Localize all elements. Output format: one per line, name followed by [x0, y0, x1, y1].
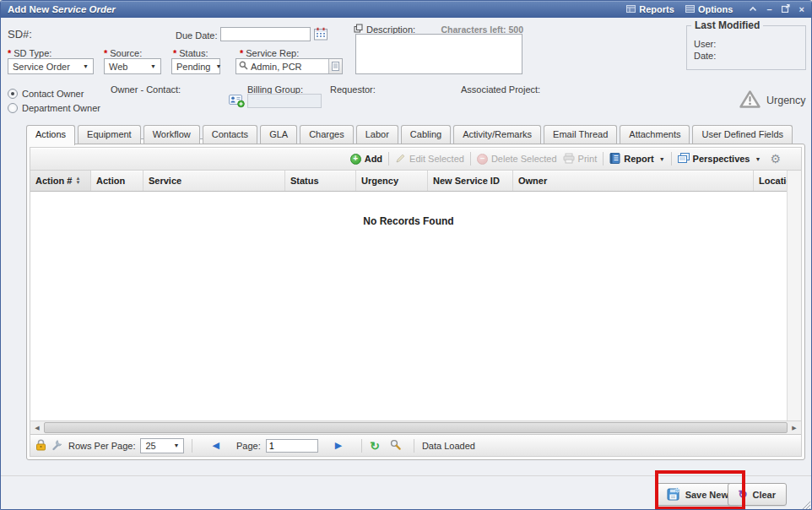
- column-label: Action #: [35, 176, 72, 186]
- tab-cabling[interactable]: Cabling: [401, 125, 451, 144]
- characters-left-counter: Characters left: 500: [441, 24, 523, 35]
- chevron-down-icon: ▼: [150, 63, 156, 69]
- sd-type-select[interactable]: Service Order▼: [8, 58, 94, 74]
- column-header-new-service-id[interactable]: New Service ID: [428, 171, 513, 191]
- last-modified-group: Last Modified User: Date:: [686, 25, 806, 70]
- reports-button[interactable]: Reports: [626, 4, 674, 15]
- gear-icon[interactable]: ⚙: [770, 152, 781, 165]
- reports-icon: [626, 4, 636, 15]
- column-header-owner[interactable]: Owner: [513, 171, 754, 191]
- contact-owner-radio[interactable]: Contact Owner: [8, 89, 84, 99]
- chevron-down-icon: ▼: [659, 156, 665, 162]
- rows-per-page-select[interactable]: 25▼: [140, 438, 184, 453]
- tab-equipment[interactable]: Equipment: [78, 125, 141, 144]
- window-titlebar: Add New Service Order Reports Options – …: [1, 1, 811, 18]
- tab-user-defined-fields[interactable]: User Defined Fields: [692, 125, 793, 144]
- sd-number-label: SD#:: [8, 28, 32, 41]
- column-label: New Service ID: [433, 176, 500, 186]
- tab-activity-remarks[interactable]: Activity/Remarks: [453, 125, 541, 144]
- grid-pager: Rows Per Page: 25▼ ◀ Page: ▶ ↻ Data Load…: [30, 434, 801, 456]
- report-label: Report: [624, 154, 653, 164]
- scroll-right-icon[interactable]: ▶: [788, 421, 801, 434]
- scrollbar-thumb[interactable]: [44, 422, 788, 433]
- source-select[interactable]: Web▼: [104, 58, 161, 74]
- service-rep-browse-button[interactable]: [328, 59, 342, 73]
- column-header-service[interactable]: Service: [143, 171, 285, 191]
- lock-icon[interactable]: [35, 439, 46, 453]
- last-modified-title: Last Modified: [691, 19, 763, 31]
- toolbar-separator: [388, 152, 389, 165]
- collapse-icon[interactable]: [749, 5, 757, 14]
- tab-contacts[interactable]: Contacts: [203, 125, 257, 144]
- column-header-action[interactable]: Action: [91, 171, 143, 191]
- minimize-icon[interactable]: –: [766, 5, 771, 14]
- radio-unselected-icon: [8, 103, 18, 113]
- tab-labor[interactable]: Labor: [356, 125, 398, 144]
- edit-selected-label: Edit Selected: [409, 154, 464, 164]
- scroll-left-icon[interactable]: ◀: [30, 421, 44, 434]
- source-label: Source:: [110, 48, 142, 58]
- department-owner-radio[interactable]: Department Owner: [8, 103, 100, 113]
- column-label: Service: [149, 176, 181, 186]
- delete-selected-button[interactable]: –Delete Selected: [477, 154, 557, 165]
- tab-workflow[interactable]: Workflow: [143, 125, 200, 144]
- next-page-icon[interactable]: ▶: [335, 441, 342, 450]
- refresh-icon[interactable]: ↻: [370, 440, 380, 452]
- service-rep-value: Admin, PCR: [248, 62, 328, 72]
- column-header-urgency[interactable]: Urgency: [356, 171, 428, 191]
- status-label: Status:: [179, 48, 208, 58]
- grid-scroll-area: Action #▲▼ Action Service Status Urgency…: [30, 171, 787, 420]
- edit-selected-button[interactable]: Edit Selected: [395, 153, 464, 165]
- service-rep-combo[interactable]: Admin, PCR: [235, 58, 343, 74]
- previous-page-icon[interactable]: ◀: [212, 441, 219, 450]
- options-icon: [685, 4, 695, 15]
- print-label: Print: [578, 154, 598, 164]
- service-rep-label: Service Rep:: [246, 48, 299, 58]
- close-icon[interactable]: ×: [799, 5, 804, 14]
- radio-selected-icon: [8, 89, 18, 99]
- calendar-icon[interactable]: [314, 27, 328, 42]
- tab-gla[interactable]: GLA: [260, 125, 297, 144]
- description-textarea[interactable]: [355, 34, 522, 74]
- clear-label: Clear: [752, 490, 776, 500]
- clear-button[interactable]: ↻ Clear: [728, 483, 787, 506]
- column-header-location[interactable]: Location: [754, 171, 787, 191]
- urgency-indicator[interactable]: Urgency: [739, 90, 806, 111]
- tab-charges[interactable]: Charges: [300, 125, 354, 144]
- perspectives-button[interactable]: Perspectives▼: [678, 153, 761, 165]
- horizontal-scrollbar[interactable]: ◀ ▶: [30, 420, 801, 434]
- tab-email-thread[interactable]: Email Thread: [544, 125, 617, 144]
- page-label: Page:: [236, 441, 261, 451]
- page-number-input[interactable]: [266, 439, 318, 453]
- tab-attachments[interactable]: Attachments: [620, 125, 690, 144]
- toolbar-separator: [671, 152, 672, 165]
- last-modified-date-label: Date:: [694, 51, 798, 61]
- sd-type-label: SD Type:: [14, 48, 51, 58]
- urgency-label: Urgency: [766, 95, 806, 106]
- description-label: Description:: [366, 24, 415, 35]
- wrench-icon[interactable]: [51, 439, 63, 453]
- column-label: Status: [290, 176, 319, 186]
- required-marker: *: [240, 48, 243, 58]
- add-contact-icon[interactable]: [229, 94, 245, 110]
- search-grid-icon[interactable]: [390, 439, 401, 452]
- column-label: Owner: [518, 176, 547, 186]
- footer-bar: Save New ↻ Clear: [1, 475, 811, 510]
- due-date-input[interactable]: [220, 27, 311, 41]
- pencil-icon: [395, 153, 406, 165]
- due-date-label: Due Date:: [176, 30, 218, 41]
- add-service-order-window: Add New Service Order Reports Options – …: [0, 0, 812, 510]
- status-select[interactable]: Pending▼: [171, 58, 220, 74]
- print-button[interactable]: Print: [563, 153, 598, 165]
- sd-type-value: Service Order: [13, 62, 70, 72]
- last-modified-user-label: User:: [694, 39, 798, 49]
- options-button[interactable]: Options: [685, 4, 734, 15]
- associated-project-label: Associated Project:: [461, 84, 540, 95]
- column-header-action-number[interactable]: Action #▲▼: [30, 171, 91, 191]
- report-button[interactable]: Report▼: [609, 153, 664, 165]
- tab-actions[interactable]: Actions: [26, 125, 75, 145]
- add-button[interactable]: +Add: [350, 154, 382, 165]
- column-header-status[interactable]: Status: [285, 171, 356, 191]
- popout-icon[interactable]: [782, 4, 790, 14]
- resize-grip[interactable]: [799, 498, 810, 509]
